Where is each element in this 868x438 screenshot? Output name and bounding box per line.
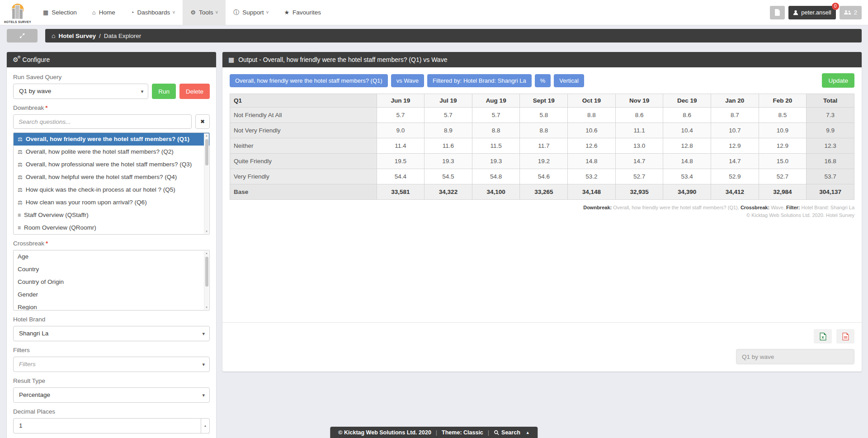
base-label-cell: Base [230, 184, 377, 200]
scale-icon: ⚖ [18, 196, 23, 209]
crossbreak-item[interactable]: Country [14, 263, 209, 276]
question-item[interactable]: ⚖How quick was the check-in process at o… [14, 184, 209, 196]
value-cell: 5.7 [472, 108, 520, 123]
breadcrumb-section-link[interactable]: Hotel Survey [58, 33, 96, 39]
value-cell: 12.8 [663, 138, 711, 154]
delete-button[interactable]: Delete [179, 84, 210, 99]
result-type-select[interactable]: Percentage [13, 387, 210, 403]
base-value-cell: 34,100 [472, 184, 520, 200]
scale-icon: ⚖ [18, 184, 23, 196]
scroll-down-icon[interactable]: ▼ [204, 230, 209, 233]
footnote-label: Crossbreak: [741, 205, 769, 210]
crossbreak-item[interactable]: Gender [14, 288, 209, 301]
export-pdf-button[interactable] [836, 329, 854, 344]
crossbreak-item[interactable]: Region [14, 301, 209, 311]
value-cell: 11.1 [615, 123, 663, 138]
question-item[interactable]: ⚖Overall, how helpful were the hotel sta… [14, 171, 209, 184]
pdf-file-icon [842, 333, 849, 340]
stepper-up-icon[interactable]: ▲ [201, 419, 209, 433]
query-name-input[interactable] [736, 349, 854, 364]
crossbreak-label: Age [18, 250, 28, 263]
footer-copyright: © Kicktag Web Solutions Ltd. 2020 [338, 429, 431, 436]
run-button[interactable]: Run [152, 84, 176, 99]
query-chip[interactable]: Vertical [554, 74, 584, 87]
user-button[interactable]: peter.ansell 0 [788, 6, 836, 19]
nav-item-support[interactable]: ⓘSupport˅ [226, 0, 276, 25]
value-cell: 54.6 [520, 169, 568, 184]
nav-item-selection[interactable]: ▦Selection [35, 0, 85, 25]
column-header: Aug 19 [472, 94, 520, 108]
query-chip[interactable]: Filtered by: Hotel Brand: Shangri La [427, 74, 532, 87]
table-row: Neither11.411.611.511.712.613.012.812.91… [230, 138, 854, 154]
question-item[interactable]: ≡Staff Overview (QStaffr) [14, 209, 209, 221]
nav-item-label: Support [242, 9, 264, 16]
value-cell: 5.7 [425, 108, 472, 123]
nav-item-favourites[interactable]: ★Favourites [276, 0, 329, 25]
collapse-sidebar-button[interactable] [7, 29, 38, 42]
caret-down-icon [202, 357, 205, 372]
app-logo[interactable]: HOTELS SURVEY [0, 0, 35, 25]
chevron-up-icon[interactable]: ▲ [526, 430, 530, 435]
saved-query-select[interactable]: Q1 by wave [13, 84, 148, 99]
stepper-buttons: ▲ ▼ [201, 419, 209, 433]
scrollbar-thumb[interactable] [205, 139, 208, 165]
column-header: Sept 19 [520, 94, 568, 108]
base-value-cell: 32,935 [615, 184, 663, 200]
crossbreak-item[interactable]: Country of Origin [14, 276, 209, 288]
footnote-query-summary: Downbreak: Overall, how friendly were th… [230, 204, 854, 212]
value-cell: 14.7 [711, 154, 759, 169]
crossbreak-item[interactable]: Age [14, 250, 209, 263]
table-row: Very Friendly54.454.554.854.653.252.753.… [230, 169, 854, 184]
query-chip[interactable]: vs Wave [391, 74, 424, 87]
document-button[interactable] [770, 6, 785, 19]
value-cell: 12.6 [568, 138, 616, 154]
update-button[interactable]: Update [822, 73, 854, 88]
scroll-up-icon[interactable]: ▲ [204, 134, 209, 137]
online-users-button[interactable]: 2 [840, 6, 862, 19]
clear-search-button[interactable]: ✖ [195, 114, 210, 129]
nav-item-tools[interactable]: ⚙Tools˅ [183, 0, 226, 25]
hotel-brand-select[interactable]: Shangri La [13, 326, 210, 341]
nav-item-home[interactable]: ⌂Home [85, 0, 123, 25]
value-cell: 10.6 [568, 123, 616, 138]
search-questions-input[interactable] [13, 114, 192, 129]
value-cell: 7.3 [807, 108, 854, 123]
value-cell: 19.5 [377, 154, 425, 169]
query-chips-row: Overall, how friendly were the hotel sta… [230, 73, 854, 88]
required-mark: * [45, 104, 47, 111]
question-item[interactable]: ≡Room Overview (QRoomr) [14, 221, 209, 234]
scale-icon: ⚖ [18, 146, 23, 158]
query-chip[interactable]: Overall, how friendly were the hotel sta… [230, 74, 388, 87]
footer-search-button[interactable]: Search [494, 429, 520, 436]
question-item[interactable]: ⚖Overall, how professional were the hote… [14, 158, 209, 171]
excel-file-icon: x [820, 333, 826, 340]
question-item[interactable]: ⚖Overall, how friendly were the hotel st… [14, 133, 209, 146]
scrollbar-thumb[interactable] [205, 257, 208, 287]
chevron-down-icon: ˅ [266, 10, 269, 15]
scroll-down-icon[interactable]: ▼ [204, 306, 209, 309]
scale-icon: ⚖ [18, 133, 23, 146]
downbreak-label: Downbreak* [13, 104, 210, 111]
nav-item-dashboards[interactable]: ◔Dashboards˅ [123, 0, 183, 25]
value-cell: 8.8 [472, 123, 520, 138]
value-cell: 14.7 [615, 154, 663, 169]
gears-icon: ⚙ [13, 56, 19, 63]
base-value-cell: 304,137 [807, 184, 854, 200]
footnote-text: Overall, how friendly were the hotel sta… [612, 205, 741, 210]
export-excel-button[interactable]: x [814, 329, 832, 344]
nav-item-label: Selection [52, 9, 77, 16]
column-header: Dec 19 [663, 94, 711, 108]
query-chip[interactable]: % [535, 74, 551, 87]
footnote-copyright: © Kicktag Web Solutions Ltd. 2020. Hotel… [230, 212, 854, 219]
page-footer: © Kicktag Web Solutions Ltd. 2020 | Them… [330, 427, 538, 438]
breadcrumb: ⌂ Hotel Survey / Data Explorer [45, 29, 862, 42]
question-item[interactable]: ⚖Overall, how polite were the hotel staf… [14, 146, 209, 158]
decimal-places-stepper[interactable]: 1 ▲ ▼ [13, 418, 210, 433]
filters-select[interactable]: Filters [13, 357, 210, 372]
stepper-down-icon[interactable]: ▼ [201, 433, 209, 438]
output-title: Output - Overall, how friendly were the … [238, 56, 447, 63]
scroll-up-icon[interactable]: ▲ [204, 252, 209, 254]
hotel-brand-label: Hotel Brand [13, 316, 210, 323]
question-item[interactable]: ⚖How clean was your room upon arrival? (… [14, 196, 209, 209]
value-cell: 53.4 [663, 169, 711, 184]
